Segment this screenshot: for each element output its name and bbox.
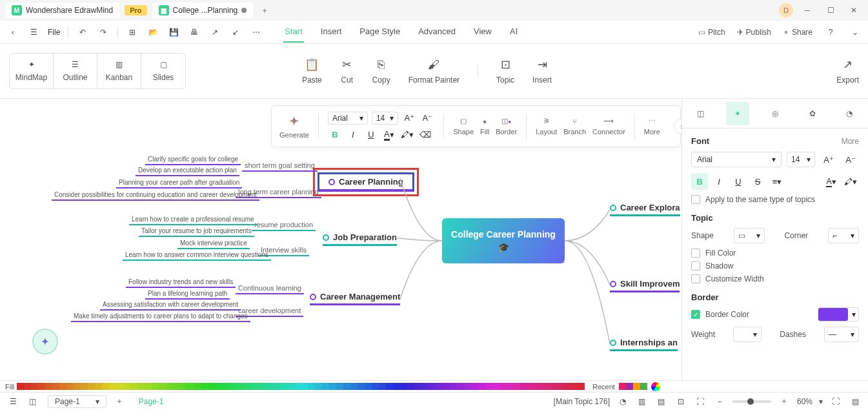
- topic-career-exploration[interactable]: Career Explora: [610, 203, 680, 216]
- color-cell[interactable]: [322, 383, 329, 390]
- paste-button[interactable]: 📋Paste: [302, 57, 322, 85]
- color-cell[interactable]: [436, 383, 443, 390]
- chevron-down-icon[interactable]: ▾: [819, 397, 823, 406]
- sidebar-bold[interactable]: B: [691, 173, 708, 190]
- sidebar-tab-sparkle[interactable]: ✦: [726, 102, 749, 125]
- color-cell[interactable]: [66, 383, 74, 390]
- color-cell[interactable]: [137, 383, 145, 390]
- color-cell[interactable]: [535, 383, 542, 390]
- cut-button[interactable]: ✂Cut: [340, 57, 354, 85]
- color-cell[interactable]: [24, 383, 31, 390]
- app-tab[interactable]: M Wondershare EdrawMind: [5, 3, 119, 18]
- color-cell[interactable]: [244, 383, 251, 390]
- color-cell[interactable]: [109, 383, 116, 390]
- color-cell[interactable]: [379, 383, 386, 390]
- color-cell[interactable]: [74, 383, 81, 390]
- color-cell[interactable]: [507, 383, 514, 390]
- color-cell[interactable]: [492, 383, 500, 390]
- tab-insert[interactable]: Insert: [319, 21, 343, 43]
- underline-button[interactable]: U: [364, 128, 378, 142]
- color-cell[interactable]: [336, 383, 343, 390]
- color-cell[interactable]: [166, 383, 173, 390]
- user-avatar[interactable]: D: [779, 3, 793, 17]
- border-color-picker[interactable]: ▾: [818, 307, 859, 322]
- collapse-toggle-icon[interactable]: [323, 234, 329, 241]
- color-cell[interactable]: [258, 383, 265, 390]
- color-cell[interactable]: [130, 383, 137, 390]
- branch-button[interactable]: ⑂Branch: [563, 118, 586, 136]
- open-button[interactable]: 📂: [146, 26, 159, 39]
- leaf-topic[interactable]: Make timely adjustments to career plans …: [71, 312, 250, 322]
- clear-format-button[interactable]: ⌫: [418, 128, 432, 142]
- fit-screen-icon[interactable]: ⛶: [694, 395, 707, 408]
- collapse-ribbon-icon[interactable]: ⌄: [849, 26, 862, 39]
- color-cell[interactable]: [287, 383, 294, 390]
- sidebar-tab-style[interactable]: ◫: [689, 102, 712, 125]
- view-slides[interactable]: ▢Slides: [141, 54, 185, 88]
- shape-select[interactable]: ▭▾: [734, 228, 765, 243]
- tab-start[interactable]: Start: [283, 21, 303, 43]
- sidebar-font-decrease[interactable]: A⁻: [842, 151, 859, 168]
- connector-button[interactable]: ⟿Connector: [592, 117, 625, 136]
- bold-button[interactable]: B: [328, 128, 342, 142]
- color-cell[interactable]: [301, 383, 308, 390]
- doc-tab[interactable]: ▦ College ...Planning: [152, 3, 254, 18]
- central-topic[interactable]: College Career Planning 🎓: [442, 218, 565, 263]
- color-cell[interactable]: [272, 383, 279, 390]
- corner-select[interactable]: ⌐▾: [828, 228, 859, 243]
- recent-color[interactable]: [633, 383, 640, 390]
- color-cell[interactable]: [343, 383, 350, 390]
- font-color-button[interactable]: A▾: [382, 128, 396, 142]
- ai-fab-button[interactable]: ✦: [32, 329, 58, 354]
- recent-color[interactable]: [626, 383, 633, 390]
- highlight-button[interactable]: 🖍▾: [400, 128, 414, 142]
- color-cell[interactable]: [251, 383, 258, 390]
- color-cell[interactable]: [372, 383, 379, 390]
- insert-button[interactable]: ⇥Insert: [532, 57, 552, 85]
- collapse-toggle-icon[interactable]: [310, 294, 316, 300]
- active-page-label[interactable]: Page-1: [139, 397, 164, 406]
- outline-toggle-icon[interactable]: ☰: [6, 395, 19, 408]
- collapse-toggle-icon[interactable]: [328, 179, 335, 185]
- font-increase-button[interactable]: A⁺: [402, 111, 416, 125]
- color-cell[interactable]: [514, 383, 521, 390]
- view-kanban[interactable]: ▥Kanban: [97, 54, 141, 88]
- generate-button[interactable]: ✦ Generate: [279, 114, 309, 139]
- fullscreen-icon[interactable]: ⛶: [829, 395, 842, 408]
- customize-width-checkbox[interactable]: Customize Width: [691, 274, 859, 283]
- color-cell[interactable]: [570, 383, 578, 390]
- color-cell[interactable]: [201, 383, 208, 390]
- status-icon[interactable]: ▥: [636, 395, 649, 408]
- color-cell[interactable]: [59, 383, 66, 390]
- more-button[interactable]: ⋯More: [644, 117, 660, 136]
- color-cell[interactable]: [230, 383, 237, 390]
- new-button[interactable]: ⊞: [126, 26, 139, 39]
- sidebar-strikethrough[interactable]: S: [749, 173, 766, 190]
- color-cell[interactable]: [17, 383, 24, 390]
- color-cell[interactable]: [393, 383, 400, 390]
- color-cell[interactable]: [386, 383, 393, 390]
- page-selector[interactable]: Page-1▾: [48, 395, 106, 408]
- color-cell[interactable]: [478, 383, 485, 390]
- canvas[interactable]: ✦ Generate Arial▾ 14▾ A⁺ A⁻ B I U A▾ 🖍▾ …: [0, 99, 681, 380]
- color-cell[interactable]: [279, 383, 287, 390]
- border-button[interactable]: ◫●Border: [496, 117, 517, 136]
- leaf-topic[interactable]: Follow industry trends and new skills: [126, 278, 236, 288]
- color-cell[interactable]: [95, 383, 102, 390]
- sidebar-tab-tag[interactable]: ◎: [763, 102, 787, 125]
- import-icon[interactable]: ↙: [229, 26, 242, 39]
- file-menu[interactable]: File: [48, 28, 60, 37]
- zoom-out-button[interactable]: −: [713, 395, 726, 408]
- sidebar-tab-clock[interactable]: ◔: [838, 102, 861, 125]
- status-icon[interactable]: ▤: [655, 395, 668, 408]
- color-cell[interactable]: [265, 383, 272, 390]
- print-button[interactable]: 🖶: [188, 26, 201, 39]
- color-cell[interactable]: [123, 383, 130, 390]
- border-color-checkbox[interactable]: ✓ Border Color: [691, 310, 749, 319]
- fill-button[interactable]: ●Fill: [480, 118, 489, 136]
- sidebar-font-color[interactable]: A▾: [823, 173, 840, 190]
- color-cell[interactable]: [187, 383, 194, 390]
- color-cell[interactable]: [152, 383, 159, 390]
- color-cell[interactable]: [194, 383, 201, 390]
- pitch-button[interactable]: ▭Pitch: [698, 28, 725, 37]
